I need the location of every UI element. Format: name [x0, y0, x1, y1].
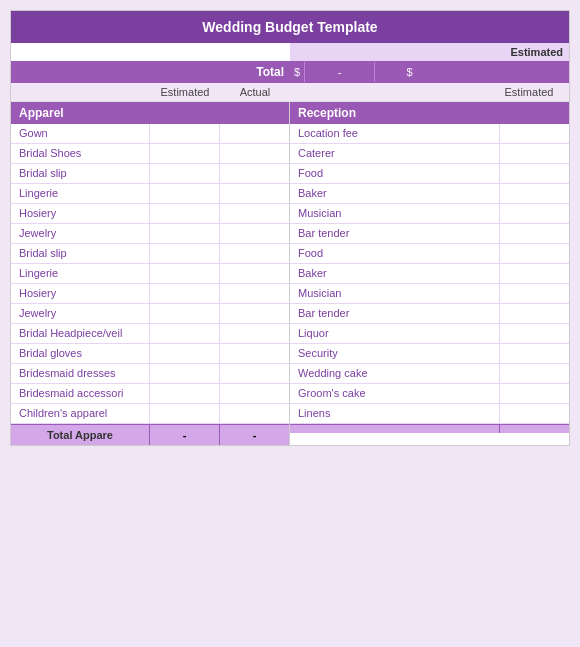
left-column: Apparel Gown Bridal Shoes Bridal slip Li…	[11, 102, 290, 445]
total-apparel-act: -	[219, 425, 289, 445]
list-item: Jewelry	[11, 304, 289, 324]
list-item: Baker	[290, 184, 569, 204]
main-content: Apparel Gown Bridal Shoes Bridal slip Li…	[11, 102, 569, 445]
list-item: Musician	[290, 284, 569, 304]
list-item: Jewelry	[11, 224, 289, 244]
total-bar-left: Total	[11, 61, 290, 83]
list-item: Groom's cake	[290, 384, 569, 404]
list-item: Wedding cake	[290, 364, 569, 384]
estimated-label-top: Estimated	[290, 43, 569, 61]
col-header-estimated: Estimated	[150, 83, 220, 101]
list-item: Bridal gloves	[11, 344, 289, 364]
reception-footer	[290, 424, 569, 433]
list-item: Security	[290, 344, 569, 364]
list-item: Children's apparel	[11, 404, 289, 424]
ch-left: Estimated Actual	[11, 83, 290, 101]
col-header-row: Estimated Actual Estimated	[11, 83, 569, 102]
list-item: Bridesmaid dresses	[11, 364, 289, 384]
apparel-header: Apparel	[11, 102, 289, 124]
list-item: Musician	[290, 204, 569, 224]
total-bar-label: Total	[250, 61, 290, 83]
list-item: Bridal Headpiece/veil	[11, 324, 289, 344]
total-apparel-est: -	[149, 425, 219, 445]
list-item: Bar tender	[290, 304, 569, 324]
list-item: Hosiery	[11, 204, 289, 224]
list-item: Bridal slip	[11, 164, 289, 184]
list-item: Baker	[290, 264, 569, 284]
list-item: Bridal slip	[11, 244, 289, 264]
reception-footer-label	[290, 425, 499, 433]
total-bar-dash: -	[304, 62, 374, 82]
list-item: Hosiery	[11, 284, 289, 304]
list-item: Liquor	[290, 324, 569, 344]
spreadsheet-title: Wedding Budget Template	[11, 11, 569, 43]
total-bar-right: $ - $	[290, 61, 569, 83]
col-header-estimated-right: Estimated	[489, 83, 569, 101]
list-item: Location fee	[290, 124, 569, 144]
top-area: Estimated	[11, 43, 569, 61]
list-item: Bridal Shoes	[11, 144, 289, 164]
total-bar-dollar2: $	[374, 62, 444, 82]
list-item: Lingerie	[11, 264, 289, 284]
list-item: Lingerie	[11, 184, 289, 204]
total-dollar: $	[290, 62, 304, 82]
right-column: Reception Location fee Caterer Food Bake…	[290, 102, 569, 445]
list-item: Bar tender	[290, 224, 569, 244]
list-item: Gown	[11, 124, 289, 144]
top-left-spacer	[11, 43, 290, 61]
col-header-actual: Actual	[220, 83, 290, 101]
spreadsheet: Wedding Budget Template Estimated Total …	[10, 10, 570, 446]
reception-footer-cell	[499, 425, 569, 433]
ch-right: Estimated	[290, 83, 569, 101]
list-item: Linens	[290, 404, 569, 424]
list-item: Food	[290, 244, 569, 264]
apparel-footer: Total Appare - -	[11, 424, 289, 445]
total-apparel-label: Total Appare	[11, 425, 149, 445]
total-bar: Total $ - $	[11, 61, 569, 83]
reception-header: Reception	[290, 102, 569, 124]
list-item: Food	[290, 164, 569, 184]
list-item: Caterer	[290, 144, 569, 164]
list-item: Bridesmaid accessori	[11, 384, 289, 404]
